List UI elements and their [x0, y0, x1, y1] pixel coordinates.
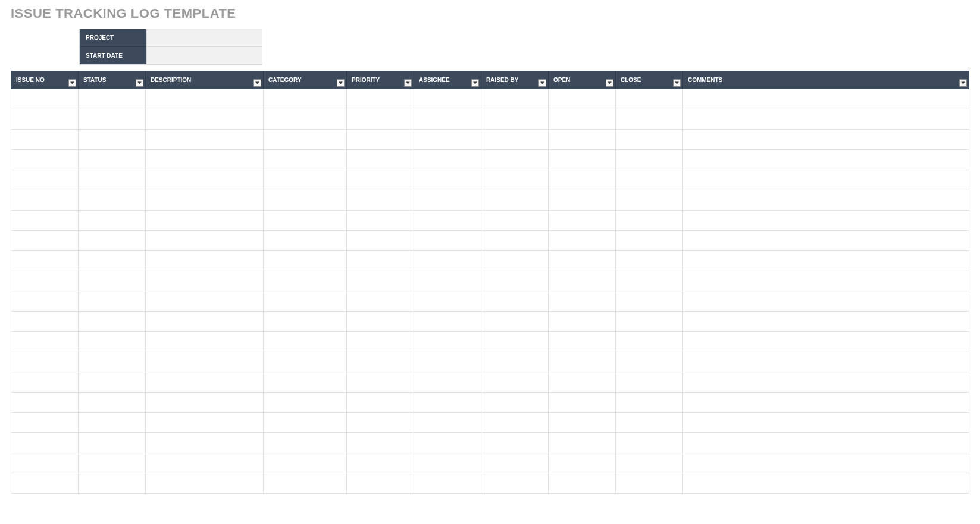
cell-open[interactable]	[549, 291, 616, 312]
filter-dropdown-icon[interactable]	[404, 79, 412, 87]
cell-close[interactable]	[616, 170, 683, 190]
filter-dropdown-icon[interactable]	[471, 79, 479, 87]
cell-comments[interactable]	[683, 231, 969, 251]
cell-close[interactable]	[616, 393, 683, 413]
cell-raised_by[interactable]	[481, 473, 549, 494]
cell-description[interactable]	[146, 291, 264, 312]
cell-raised_by[interactable]	[481, 89, 549, 109]
cell-status[interactable]	[79, 352, 146, 372]
cell-priority[interactable]	[347, 332, 414, 352]
cell-raised_by[interactable]	[481, 352, 549, 372]
cell-comments[interactable]	[683, 130, 969, 150]
cell-assignee[interactable]	[414, 130, 481, 150]
cell-status[interactable]	[79, 251, 146, 271]
cell-open[interactable]	[549, 473, 616, 494]
cell-assignee[interactable]	[414, 473, 481, 494]
cell-assignee[interactable]	[414, 312, 481, 332]
cell-category[interactable]	[264, 372, 347, 393]
cell-comments[interactable]	[683, 473, 969, 494]
cell-description[interactable]	[146, 150, 264, 170]
cell-close[interactable]	[616, 433, 683, 453]
cell-comments[interactable]	[683, 393, 969, 413]
cell-issue_no[interactable]	[11, 413, 79, 433]
cell-comments[interactable]	[683, 352, 969, 372]
cell-raised_by[interactable]	[481, 271, 549, 291]
cell-issue_no[interactable]	[11, 109, 79, 130]
filter-dropdown-icon[interactable]	[959, 79, 967, 87]
cell-priority[interactable]	[347, 211, 414, 231]
cell-comments[interactable]	[683, 109, 969, 130]
cell-description[interactable]	[146, 453, 264, 473]
cell-issue_no[interactable]	[11, 291, 79, 312]
cell-close[interactable]	[616, 130, 683, 150]
cell-close[interactable]	[616, 473, 683, 494]
cell-status[interactable]	[79, 170, 146, 190]
cell-category[interactable]	[264, 211, 347, 231]
cell-issue_no[interactable]	[11, 251, 79, 271]
cell-raised_by[interactable]	[481, 291, 549, 312]
cell-description[interactable]	[146, 413, 264, 433]
cell-priority[interactable]	[347, 190, 414, 211]
cell-assignee[interactable]	[414, 271, 481, 291]
cell-status[interactable]	[79, 413, 146, 433]
cell-assignee[interactable]	[414, 453, 481, 473]
cell-close[interactable]	[616, 352, 683, 372]
cell-raised_by[interactable]	[481, 211, 549, 231]
cell-close[interactable]	[616, 332, 683, 352]
cell-status[interactable]	[79, 312, 146, 332]
cell-category[interactable]	[264, 231, 347, 251]
cell-issue_no[interactable]	[11, 372, 79, 393]
cell-raised_by[interactable]	[481, 413, 549, 433]
cell-issue_no[interactable]	[11, 190, 79, 211]
cell-comments[interactable]	[683, 190, 969, 211]
cell-raised_by[interactable]	[481, 231, 549, 251]
cell-issue_no[interactable]	[11, 312, 79, 332]
cell-assignee[interactable]	[414, 372, 481, 393]
cell-open[interactable]	[549, 89, 616, 109]
cell-assignee[interactable]	[414, 170, 481, 190]
cell-status[interactable]	[79, 150, 146, 170]
cell-close[interactable]	[616, 413, 683, 433]
cell-assignee[interactable]	[414, 211, 481, 231]
cell-assignee[interactable]	[414, 251, 481, 271]
cell-priority[interactable]	[347, 433, 414, 453]
cell-assignee[interactable]	[414, 393, 481, 413]
cell-raised_by[interactable]	[481, 190, 549, 211]
filter-dropdown-icon[interactable]	[253, 79, 261, 87]
cell-open[interactable]	[549, 433, 616, 453]
cell-close[interactable]	[616, 150, 683, 170]
cell-open[interactable]	[549, 393, 616, 413]
cell-raised_by[interactable]	[481, 130, 549, 150]
cell-comments[interactable]	[683, 433, 969, 453]
cell-comments[interactable]	[683, 413, 969, 433]
cell-comments[interactable]	[683, 150, 969, 170]
cell-description[interactable]	[146, 170, 264, 190]
cell-raised_by[interactable]	[481, 312, 549, 332]
cell-raised_by[interactable]	[481, 433, 549, 453]
cell-open[interactable]	[549, 211, 616, 231]
cell-description[interactable]	[146, 251, 264, 271]
cell-description[interactable]	[146, 211, 264, 231]
cell-assignee[interactable]	[414, 231, 481, 251]
cell-status[interactable]	[79, 190, 146, 211]
cell-category[interactable]	[264, 130, 347, 150]
cell-status[interactable]	[79, 372, 146, 393]
cell-open[interactable]	[549, 251, 616, 271]
cell-priority[interactable]	[347, 170, 414, 190]
cell-status[interactable]	[79, 453, 146, 473]
cell-status[interactable]	[79, 130, 146, 150]
cell-description[interactable]	[146, 89, 264, 109]
cell-comments[interactable]	[683, 251, 969, 271]
cell-description[interactable]	[146, 433, 264, 453]
cell-close[interactable]	[616, 251, 683, 271]
cell-priority[interactable]	[347, 312, 414, 332]
cell-close[interactable]	[616, 231, 683, 251]
cell-issue_no[interactable]	[11, 271, 79, 291]
cell-close[interactable]	[616, 211, 683, 231]
cell-priority[interactable]	[347, 453, 414, 473]
cell-description[interactable]	[146, 231, 264, 251]
cell-assignee[interactable]	[414, 109, 481, 130]
cell-priority[interactable]	[347, 109, 414, 130]
cell-assignee[interactable]	[414, 332, 481, 352]
cell-priority[interactable]	[347, 130, 414, 150]
